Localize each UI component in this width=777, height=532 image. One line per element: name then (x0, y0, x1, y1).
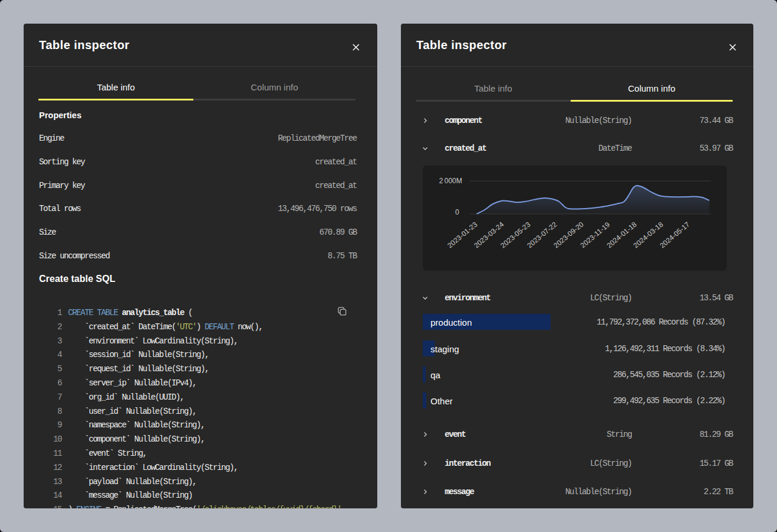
svg-text:0: 0 (455, 208, 459, 216)
svg-text:2 000M: 2 000M (439, 177, 462, 185)
svg-text:2024-05-17: 2024-05-17 (658, 220, 691, 249)
